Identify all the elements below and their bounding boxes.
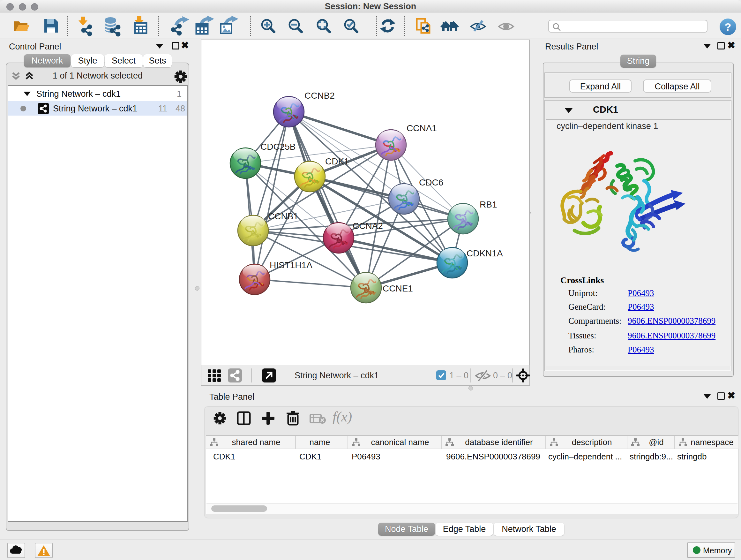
svg-text:CCNA2: CCNA2 <box>353 221 383 231</box>
svg-text:RB1: RB1 <box>480 199 497 209</box>
svg-text:CDC6: CDC6 <box>419 178 443 187</box>
svg-text:CDK1: CDK1 <box>325 157 349 166</box>
svg-text:CCNE1: CCNE1 <box>383 284 413 294</box>
svg-text:CDC25B: CDC25B <box>260 142 295 152</box>
svg-text:CCNB1: CCNB1 <box>268 211 298 221</box>
svg-text:HIST1H1A: HIST1H1A <box>270 260 313 270</box>
svg-text:CCNB2: CCNB2 <box>305 91 335 101</box>
svg-text:CCNA1: CCNA1 <box>407 123 437 133</box>
svg-text:CDKN1A: CDKN1A <box>467 248 503 258</box>
